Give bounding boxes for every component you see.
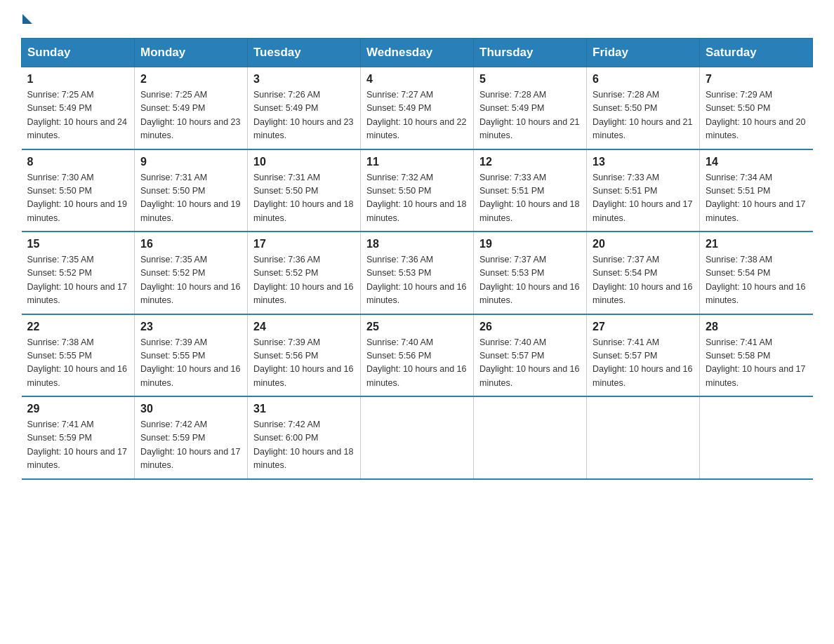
calendar-cell: 4 Sunrise: 7:27 AMSunset: 5:49 PMDayligh… [361,67,474,149]
day-number: 24 [253,321,355,333]
day-info: Sunrise: 7:28 AMSunset: 5:49 PMDaylight:… [479,88,581,143]
calendar-week-4: 22 Sunrise: 7:38 AMSunset: 5:55 PMDaylig… [22,314,813,397]
day-number: 27 [593,321,694,333]
day-info: Sunrise: 7:31 AMSunset: 5:50 PMDaylight:… [253,171,355,226]
calendar-cell: 16 Sunrise: 7:35 AMSunset: 5:52 PMDaylig… [135,232,248,314]
calendar-cell [587,396,700,479]
calendar-cell [474,396,587,479]
calendar-cell: 9 Sunrise: 7:31 AMSunset: 5:50 PMDayligh… [135,149,248,232]
day-number: 29 [27,403,129,415]
calendar-cell: 26 Sunrise: 7:40 AMSunset: 5:57 PMDaylig… [474,314,587,397]
calendar-cell: 11 Sunrise: 7:32 AMSunset: 5:50 PMDaylig… [361,149,474,232]
day-info: Sunrise: 7:39 AMSunset: 5:56 PMDaylight:… [253,336,355,391]
day-info: Sunrise: 7:35 AMSunset: 5:52 PMDaylight:… [27,253,129,308]
calendar-cell: 24 Sunrise: 7:39 AMSunset: 5:56 PMDaylig… [248,314,361,397]
page-header [21,14,813,24]
calendar-week-5: 29 Sunrise: 7:41 AMSunset: 5:59 PMDaylig… [22,396,813,479]
day-info: Sunrise: 7:42 AMSunset: 6:00 PMDaylight:… [253,418,355,473]
col-header-tuesday: Tuesday [248,39,361,67]
day-info: Sunrise: 7:39 AMSunset: 5:55 PMDaylight:… [140,336,241,391]
calendar-cell [361,396,474,479]
day-info: Sunrise: 7:40 AMSunset: 5:56 PMDaylight:… [366,336,468,391]
day-number: 22 [27,321,129,333]
calendar-body: 1 Sunrise: 7:25 AMSunset: 5:49 PMDayligh… [22,67,813,479]
calendar-cell: 22 Sunrise: 7:38 AMSunset: 5:55 PMDaylig… [22,314,135,397]
calendar-week-3: 15 Sunrise: 7:35 AMSunset: 5:52 PMDaylig… [22,232,813,314]
day-number: 14 [706,156,807,168]
calendar-cell: 17 Sunrise: 7:36 AMSunset: 5:52 PMDaylig… [248,232,361,314]
day-number: 31 [253,403,355,415]
day-info: Sunrise: 7:35 AMSunset: 5:52 PMDaylight:… [140,253,241,308]
col-header-sunday: Sunday [22,39,135,67]
day-number: 16 [140,238,241,250]
calendar-cell: 19 Sunrise: 7:37 AMSunset: 5:53 PMDaylig… [474,232,587,314]
day-number: 13 [593,156,694,168]
calendar-cell: 2 Sunrise: 7:25 AMSunset: 5:49 PMDayligh… [135,67,248,149]
calendar-cell: 18 Sunrise: 7:36 AMSunset: 5:53 PMDaylig… [361,232,474,314]
calendar-cell: 6 Sunrise: 7:28 AMSunset: 5:50 PMDayligh… [587,67,700,149]
day-info: Sunrise: 7:31 AMSunset: 5:50 PMDaylight:… [140,171,241,226]
calendar-cell [700,396,813,479]
day-info: Sunrise: 7:28 AMSunset: 5:50 PMDaylight:… [593,88,694,143]
calendar-cell: 21 Sunrise: 7:38 AMSunset: 5:54 PMDaylig… [700,232,813,314]
day-info: Sunrise: 7:36 AMSunset: 5:53 PMDaylight:… [366,253,468,308]
header-row: SundayMondayTuesdayWednesdayThursdayFrid… [22,39,813,67]
day-info: Sunrise: 7:38 AMSunset: 5:54 PMDaylight:… [706,253,807,308]
day-info: Sunrise: 7:27 AMSunset: 5:49 PMDaylight:… [366,88,468,143]
day-info: Sunrise: 7:25 AMSunset: 5:49 PMDaylight:… [27,88,129,143]
col-header-monday: Monday [135,39,248,67]
day-info: Sunrise: 7:34 AMSunset: 5:51 PMDaylight:… [706,171,807,226]
day-number: 4 [366,73,468,86]
logo-arrow-icon [22,14,32,24]
day-info: Sunrise: 7:29 AMSunset: 5:50 PMDaylight:… [706,88,807,143]
calendar-cell: 3 Sunrise: 7:26 AMSunset: 5:49 PMDayligh… [248,67,361,149]
day-number: 28 [706,321,807,333]
calendar-cell: 25 Sunrise: 7:40 AMSunset: 5:56 PMDaylig… [361,314,474,397]
col-header-wednesday: Wednesday [361,39,474,67]
day-number: 19 [479,238,581,250]
calendar-cell: 15 Sunrise: 7:35 AMSunset: 5:52 PMDaylig… [22,232,135,314]
day-info: Sunrise: 7:30 AMSunset: 5:50 PMDaylight:… [27,171,129,226]
day-info: Sunrise: 7:38 AMSunset: 5:55 PMDaylight:… [27,336,129,391]
calendar-week-1: 1 Sunrise: 7:25 AMSunset: 5:49 PMDayligh… [22,67,813,149]
calendar-cell: 13 Sunrise: 7:33 AMSunset: 5:51 PMDaylig… [587,149,700,232]
calendar-cell: 28 Sunrise: 7:41 AMSunset: 5:58 PMDaylig… [700,314,813,397]
calendar-cell: 7 Sunrise: 7:29 AMSunset: 5:50 PMDayligh… [700,67,813,149]
day-number: 9 [140,156,241,168]
calendar-cell: 1 Sunrise: 7:25 AMSunset: 5:49 PMDayligh… [22,67,135,149]
day-number: 17 [253,238,355,250]
calendar-cell: 10 Sunrise: 7:31 AMSunset: 5:50 PMDaylig… [248,149,361,232]
day-number: 8 [27,156,129,168]
day-number: 15 [27,238,129,250]
day-number: 26 [479,321,581,333]
col-header-thursday: Thursday [474,39,587,67]
day-number: 7 [706,73,807,86]
day-info: Sunrise: 7:33 AMSunset: 5:51 PMDaylight:… [593,171,694,226]
day-info: Sunrise: 7:41 AMSunset: 5:57 PMDaylight:… [593,336,694,391]
day-number: 5 [479,73,581,86]
calendar-cell: 8 Sunrise: 7:30 AMSunset: 5:50 PMDayligh… [22,149,135,232]
day-info: Sunrise: 7:25 AMSunset: 5:49 PMDaylight:… [140,88,241,143]
calendar-cell: 31 Sunrise: 7:42 AMSunset: 6:00 PMDaylig… [248,396,361,479]
day-number: 1 [27,73,129,86]
calendar-cell: 27 Sunrise: 7:41 AMSunset: 5:57 PMDaylig… [587,314,700,397]
calendar-week-2: 8 Sunrise: 7:30 AMSunset: 5:50 PMDayligh… [22,149,813,232]
day-number: 6 [593,73,694,86]
day-number: 2 [140,73,241,86]
day-info: Sunrise: 7:40 AMSunset: 5:57 PMDaylight:… [479,336,581,391]
day-info: Sunrise: 7:26 AMSunset: 5:49 PMDaylight:… [253,88,355,143]
calendar-cell: 20 Sunrise: 7:37 AMSunset: 5:54 PMDaylig… [587,232,700,314]
calendar-cell: 5 Sunrise: 7:28 AMSunset: 5:49 PMDayligh… [474,67,587,149]
calendar-cell: 23 Sunrise: 7:39 AMSunset: 5:55 PMDaylig… [135,314,248,397]
day-info: Sunrise: 7:41 AMSunset: 5:58 PMDaylight:… [706,336,807,391]
day-number: 12 [479,156,581,168]
day-info: Sunrise: 7:36 AMSunset: 5:52 PMDaylight:… [253,253,355,308]
calendar-cell: 29 Sunrise: 7:41 AMSunset: 5:59 PMDaylig… [22,396,135,479]
day-number: 23 [140,321,241,333]
day-info: Sunrise: 7:42 AMSunset: 5:59 PMDaylight:… [140,418,241,473]
day-info: Sunrise: 7:37 AMSunset: 5:53 PMDaylight:… [479,253,581,308]
logo [21,14,37,24]
col-header-saturday: Saturday [700,39,813,67]
day-info: Sunrise: 7:33 AMSunset: 5:51 PMDaylight:… [479,171,581,226]
day-info: Sunrise: 7:32 AMSunset: 5:50 PMDaylight:… [366,171,468,226]
